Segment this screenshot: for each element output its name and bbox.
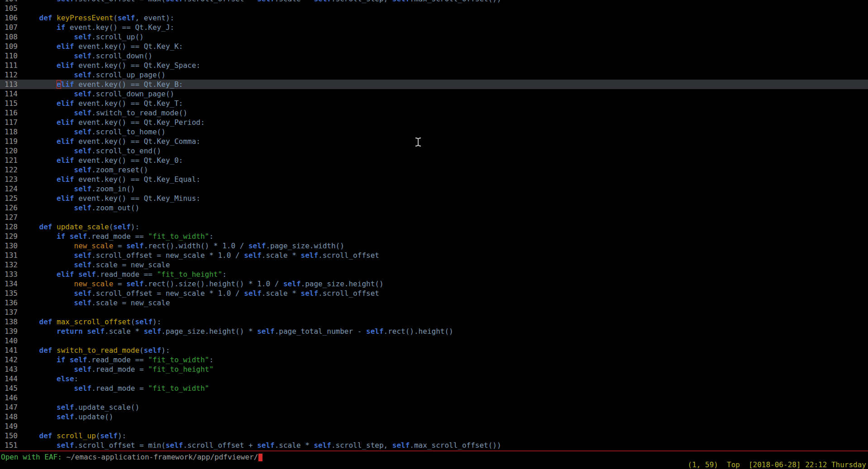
code-line[interactable]: 117 elif event.key() == Qt.Key_Period:	[0, 118, 868, 127]
line-number: 121	[0, 156, 22, 165]
code-line[interactable]: 106 def keyPressEvent(self, event):	[0, 13, 868, 23]
code-line[interactable]: 107 if event.key() == Qt.Key_J:	[0, 23, 868, 32]
code-line[interactable]: 133 elif self.read_mode == "fit_to_heigh…	[0, 270, 868, 279]
code-line[interactable]: 124 self.zoom_in()	[0, 184, 868, 194]
code-line[interactable]: 131 self.scroll_offset = new_scale * 1.0…	[0, 251, 868, 260]
code-line[interactable]: 127	[0, 213, 868, 222]
minibuffer[interactable]: Open with EAF: ~/emacs-application-frame…	[0, 451, 868, 469]
code-line[interactable]: 150 def scroll_up(self):	[0, 431, 868, 441]
code-line[interactable]: 146	[0, 393, 868, 403]
line-number: 111	[0, 61, 22, 70]
line-number: 125	[0, 194, 22, 203]
code-line[interactable]: 115 elif event.key() == Qt.Key_T:	[0, 99, 868, 108]
code-line[interactable]: 145 self.read_mode = "fit_to_width"	[0, 384, 868, 393]
line-number: 137	[0, 308, 22, 317]
line-number: 122	[0, 165, 22, 175]
code-line[interactable]: 137	[0, 308, 868, 317]
code-text: self.scroll_down_page()	[22, 89, 174, 99]
line-number: 130	[0, 241, 22, 251]
line-number: 123	[0, 175, 22, 184]
code-line[interactable]: 104 self.scroll_offset = max(self.scroll…	[0, 0, 868, 4]
code-text: new_scale = self.rect().size().height() …	[22, 279, 384, 289]
code-text: def scroll_up(self):	[22, 431, 126, 441]
code-line[interactable]: 126 self.zoom_out()	[0, 203, 868, 213]
code-text: def keyPressEvent(self, event):	[22, 13, 174, 23]
code-line[interactable]: 123 elif event.key() == Qt.Key_Equal:	[0, 175, 868, 184]
code-line[interactable]: 149	[0, 422, 868, 431]
code-line[interactable]: 136 self.scale = new_scale	[0, 298, 868, 308]
code-text: self.switch_to_read_mode()	[22, 108, 187, 118]
code-line[interactable]: 140	[0, 336, 868, 346]
line-number: 116	[0, 108, 22, 118]
code-line[interactable]: 119 elif event.key() == Qt.Key_Comma:	[0, 137, 868, 146]
code-line[interactable]: 144 else:	[0, 374, 868, 384]
code-line[interactable]: 113 elif event.key() == Qt.Key_B:	[0, 80, 868, 89]
line-number: 134	[0, 279, 22, 289]
line-number: 120	[0, 146, 22, 156]
line-number: 114	[0, 89, 22, 99]
code-line[interactable]: 116 self.switch_to_read_mode()	[0, 108, 868, 118]
line-number: 150	[0, 431, 22, 441]
minibuffer-input[interactable]: ~/emacs-application-framework/app/pdfvie…	[67, 453, 258, 461]
code-line[interactable]: 125 elif event.key() == Qt.Key_Minus:	[0, 194, 868, 203]
code-line[interactable]: 120 self.scroll_to_end()	[0, 146, 868, 156]
code-area[interactable]: 104 self.scroll_offset = max(self.scroll…	[0, 0, 868, 450]
line-number: 142	[0, 355, 22, 365]
code-line[interactable]: 151 self.scroll_offset = min(self.scroll…	[0, 441, 868, 450]
line-number: 144	[0, 374, 22, 384]
line-number: 143	[0, 365, 22, 374]
code-line[interactable]: 111 elif event.key() == Qt.Key_Space:	[0, 61, 868, 70]
code-text: self.scroll_offset = new_scale * 1.0 / s…	[22, 289, 379, 298]
line-number: 136	[0, 298, 22, 308]
code-text: if event.key() == Qt.Key_J:	[22, 23, 174, 32]
line-number: 133	[0, 270, 22, 279]
code-line[interactable]: 112 self.scroll_up_page()	[0, 70, 868, 80]
code-line[interactable]: 122 self.zoom_reset()	[0, 165, 868, 175]
code-text: def switch_to_read_mode(self):	[22, 346, 170, 355]
code-line[interactable]: 132 self.scale = new_scale	[0, 260, 868, 270]
code-line[interactable]: 134 new_scale = self.rect().size().heigh…	[0, 279, 868, 289]
code-line[interactable]: 141 def switch_to_read_mode(self):	[0, 346, 868, 355]
code-text: self.read_mode = "fit_to_height"	[22, 365, 214, 374]
code-text: self.scroll_up_page()	[22, 70, 166, 80]
code-line[interactable]: 121 elif event.key() == Qt.Key_0:	[0, 156, 868, 165]
code-line[interactable]: 130 new_scale = self.rect().width() * 1.…	[0, 241, 868, 251]
code-text: self.scroll_offset = max(self.scroll_off…	[22, 0, 501, 4]
code-text: self.scroll_offset = new_scale * 1.0 / s…	[22, 251, 379, 260]
line-number: 151	[0, 441, 22, 450]
line-number: 145	[0, 384, 22, 393]
code-text: self.scale = new_scale	[22, 298, 170, 308]
line-number: 131	[0, 251, 22, 260]
code-line[interactable]: 105	[0, 4, 868, 13]
code-text: return self.scale * self.page_size.heigh…	[22, 327, 453, 336]
minibuffer-prompt: Open with EAF:	[1, 453, 67, 461]
line-number: 138	[0, 317, 22, 327]
code-text: elif event.key() == Qt.Key_T:	[22, 99, 183, 108]
line-number: 109	[0, 42, 22, 51]
line-number: 113	[0, 80, 22, 89]
code-line[interactable]: 147 self.update_scale()	[0, 403, 868, 412]
code-line[interactable]: 109 elif event.key() == Qt.Key_K:	[0, 42, 868, 51]
code-text: if self.read_mode == "fit_to_width":	[22, 232, 214, 241]
code-line[interactable]: 128 def update_scale(self):	[0, 222, 868, 232]
code-line[interactable]: 114 self.scroll_down_page()	[0, 89, 868, 99]
code-text: new_scale = self.rect().width() * 1.0 / …	[22, 241, 344, 251]
code-text: elif event.key() == Qt.Key_K:	[22, 42, 183, 51]
code-line[interactable]: 118 self.scroll_to_home()	[0, 127, 868, 137]
code-line[interactable]: 110 self.scroll_down()	[0, 51, 868, 61]
code-line[interactable]: 129 if self.read_mode == "fit_to_width":	[0, 232, 868, 241]
code-text: self.zoom_reset()	[22, 165, 148, 175]
code-line[interactable]: 135 self.scroll_offset = new_scale * 1.0…	[0, 289, 868, 298]
code-text: self.update_scale()	[22, 403, 139, 412]
code-line[interactable]: 138 def max_scroll_offset(self):	[0, 317, 868, 327]
line-number: 147	[0, 403, 22, 412]
code-line[interactable]: 143 self.read_mode = "fit_to_height"	[0, 365, 868, 374]
code-line[interactable]: 139 return self.scale * self.page_size.h…	[0, 327, 868, 336]
code-line[interactable]: 148 self.update()	[0, 412, 868, 422]
code-line[interactable]: 108 self.scroll_up()	[0, 32, 868, 42]
code-line[interactable]: 142 if self.read_mode == "fit_to_width":	[0, 355, 868, 365]
line-number: 115	[0, 99, 22, 108]
line-number: 139	[0, 327, 22, 336]
line-number: 105	[0, 4, 22, 13]
line-number: 112	[0, 70, 22, 80]
